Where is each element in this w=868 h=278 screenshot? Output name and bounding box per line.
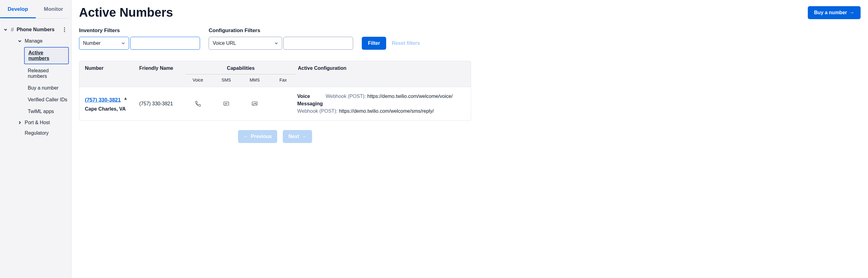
- capability-mms-icon: [241, 101, 269, 107]
- config-attribute-select[interactable]: Voice URL: [209, 37, 282, 50]
- numbers-table: Number Friendly Name Capabilities Active…: [79, 61, 471, 121]
- tab-monitor[interactable]: Monitor: [36, 0, 72, 18]
- nav-regulatory[interactable]: Regulatory: [14, 128, 71, 138]
- nav-regulatory-label: Regulatory: [25, 130, 49, 136]
- capability-sms-icon: [212, 101, 241, 107]
- nav-section-phone-numbers[interactable]: # Phone Numbers: [0, 24, 71, 36]
- col-header-friendly: Friendly Name: [139, 65, 184, 71]
- inventory-filters-group: Inventory Filters Number: [79, 27, 200, 50]
- pagination: ← Previous Next →: [79, 130, 471, 143]
- tab-develop[interactable]: Develop: [0, 0, 36, 18]
- sidebar-tabs: Develop Monitor: [0, 0, 71, 18]
- next-button[interactable]: Next →: [283, 130, 312, 143]
- header-row: Active Numbers Buy a number →: [79, 5, 861, 20]
- config-value-input-wrap: [283, 37, 353, 50]
- col-header-capabilities: Capabilities: [184, 65, 298, 71]
- previous-label: Previous: [251, 134, 272, 139]
- cell-active-configuration: Voice Webhook (POST): https://demo.twili…: [297, 93, 470, 115]
- table-row: (757) 330-3821 ▲ Cape Charles, VA (757) …: [79, 87, 471, 120]
- subnav: Manage Active numbers Released numbers B…: [0, 36, 71, 138]
- buy-a-number-button[interactable]: Buy a number →: [808, 6, 861, 19]
- svg-point-0: [64, 27, 65, 28]
- config-voice-url: https://demo.twilio.com/welcome/voice/: [367, 93, 453, 99]
- svg-point-1: [64, 29, 65, 30]
- config-value-input[interactable]: [287, 40, 349, 46]
- nav-section-label: Phone Numbers: [17, 27, 55, 32]
- table-head: Number Friendly Name Capabilities Active…: [79, 61, 471, 87]
- col-header-active-configuration: Active Configuration: [298, 65, 471, 71]
- config-messaging-proto: Webhook (POST):: [297, 108, 337, 114]
- phone-number-link[interactable]: (757) 330-3821: [85, 97, 121, 103]
- cell-friendly-name: (757) 330-3821: [139, 101, 184, 107]
- nav-leaf-buy-a-number[interactable]: Buy a number: [24, 82, 71, 94]
- cell-number: (757) 330-3821 ▲ Cape Charles, VA: [85, 96, 139, 112]
- filter-button[interactable]: Filter: [362, 37, 386, 50]
- col-header-mms: MMS: [241, 78, 269, 82]
- nav-leaf-label: Verified Caller IDs: [28, 97, 67, 102]
- arrow-left-icon: ←: [244, 134, 248, 139]
- nav-leaf-label: Released numbers: [28, 68, 49, 79]
- filter-actions: Filter Reset filters: [362, 37, 420, 50]
- hash-icon: #: [9, 27, 16, 33]
- capabilities-underline: [186, 74, 296, 75]
- col-header-number: Number: [85, 65, 139, 71]
- reset-filters-link[interactable]: Reset filters: [392, 40, 420, 46]
- arrow-right-icon: →: [849, 10, 855, 16]
- sidebar: Develop Monitor # Phone Numbers: [0, 0, 72, 278]
- manage-leaf-list: Active numbers Released numbers Buy a nu…: [14, 47, 71, 117]
- svg-rect-3: [224, 102, 229, 105]
- next-label: Next: [288, 134, 299, 139]
- svg-point-2: [64, 31, 65, 32]
- chevron-down-icon: [17, 38, 22, 44]
- inventory-select-value: Number: [83, 40, 101, 46]
- config-messaging-kind: Messaging: [297, 101, 323, 106]
- config-select-value: Voice URL: [213, 40, 236, 46]
- buy-button-label: Buy a number: [814, 10, 847, 16]
- main-content: Active Numbers Buy a number → Inventory …: [72, 0, 868, 278]
- chevron-down-icon: [3, 27, 8, 32]
- inventory-value-input-wrap: [130, 37, 200, 50]
- arrow-right-icon: →: [302, 134, 307, 139]
- phone-number-location: Cape Charles, VA: [85, 106, 139, 112]
- col-header-fax: Fax: [269, 78, 297, 82]
- nav-port-host-label: Port & Host: [25, 120, 50, 126]
- inventory-value-input[interactable]: [134, 40, 196, 46]
- config-voice-proto: Webhook (POST):: [326, 93, 366, 99]
- chevron-down-icon: [121, 41, 125, 45]
- sidebar-nav: # Phone Numbers Manage Active numbers Re…: [0, 19, 71, 138]
- configuration-filters-label: Configuration Filters: [209, 27, 353, 34]
- nav-leaf-twiml-apps[interactable]: TwiML apps: [24, 106, 71, 117]
- capability-voice-icon: [184, 101, 212, 107]
- warning-icon: ▲: [123, 96, 128, 101]
- kebab-menu-icon[interactable]: [61, 26, 68, 33]
- config-messaging-url: https://demo.twilio.com/welcome/sms/repl…: [339, 108, 434, 114]
- chevron-down-icon: [274, 41, 278, 45]
- nav-manage[interactable]: Manage: [14, 36, 71, 46]
- nav-manage-label: Manage: [25, 38, 42, 44]
- previous-button[interactable]: ← Previous: [238, 130, 278, 143]
- nav-port-and-host[interactable]: Port & Host: [14, 117, 71, 128]
- nav-leaf-verified-caller-ids[interactable]: Verified Caller IDs: [24, 94, 71, 106]
- chevron-right-icon: [17, 120, 22, 125]
- page-title: Active Numbers: [79, 5, 173, 20]
- nav-leaf-label: TwiML apps: [28, 109, 54, 114]
- config-voice-kind: Voice: [297, 93, 310, 99]
- inventory-filters-label: Inventory Filters: [79, 27, 200, 34]
- col-header-voice: Voice: [184, 78, 212, 82]
- filters-bar: Inventory Filters Number Configuration F…: [79, 27, 480, 50]
- inventory-attribute-select[interactable]: Number: [79, 37, 129, 50]
- nav-leaf-active-numbers[interactable]: Active numbers: [24, 47, 69, 64]
- nav-leaf-label: Buy a number: [28, 85, 59, 90]
- configuration-filters-group: Configuration Filters Voice URL: [209, 27, 353, 50]
- nav-leaf-label: Active numbers: [28, 50, 50, 61]
- nav-leaf-released-numbers[interactable]: Released numbers: [24, 65, 71, 82]
- col-header-sms: SMS: [212, 78, 241, 82]
